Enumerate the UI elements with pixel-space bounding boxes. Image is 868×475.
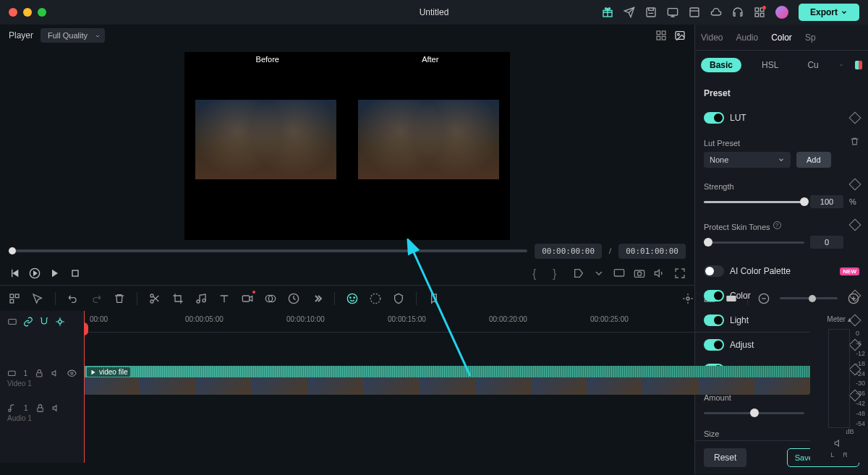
- lock-icon[interactable]: [35, 403, 45, 413]
- svg-point-32: [354, 297, 354, 298]
- color-toggle[interactable]: [704, 290, 724, 301]
- bracket-close-icon[interactable]: }: [553, 268, 564, 279]
- play-button[interactable]: [29, 268, 41, 279]
- fullscreen-icon[interactable]: [674, 268, 686, 279]
- volume-icon[interactable]: [654, 268, 665, 279]
- adjust-icon[interactable]: [682, 293, 694, 304]
- ai-palette-toggle[interactable]: [704, 265, 724, 277]
- shield-icon[interactable]: [393, 293, 404, 304]
- current-time: 00:00:00:00: [535, 244, 602, 259]
- protect-skin-slider[interactable]: [704, 241, 804, 244]
- lut-preset-label: Lut Preset: [704, 139, 740, 147]
- close-window-button[interactable]: [9, 8, 17, 17]
- text-icon[interactable]: [218, 293, 230, 304]
- info-icon[interactable]: ?: [773, 221, 781, 229]
- projects-icon[interactable]: [689, 7, 700, 18]
- subtab-hsl[interactable]: HSL: [753, 58, 787, 72]
- scrubber[interactable]: [9, 249, 527, 252]
- keyframe-icon[interactable]: [849, 179, 861, 191]
- keyframe-icon[interactable]: [849, 219, 861, 231]
- play-forward-button[interactable]: [49, 268, 61, 279]
- protect-skin-input[interactable]: [810, 236, 843, 249]
- pointer-icon[interactable]: [32, 293, 43, 304]
- volume-icon[interactable]: [834, 438, 844, 448]
- svg-rect-11: [662, 36, 665, 40]
- send-icon[interactable]: [624, 7, 635, 18]
- svg-rect-7: [760, 13, 764, 17]
- trash-icon[interactable]: [850, 137, 859, 146]
- cloud-icon[interactable]: [710, 7, 722, 18]
- subtab-curves[interactable]: Cu: [799, 58, 827, 72]
- effects-icon[interactable]: [370, 293, 381, 304]
- track01-icon[interactable]: [7, 317, 17, 327]
- video-track-icon: [7, 369, 17, 378]
- link-icon[interactable]: [23, 317, 33, 327]
- gift-icon[interactable]: [602, 7, 613, 18]
- svg-rect-4: [755, 8, 759, 12]
- split-icon[interactable]: [149, 293, 161, 304]
- crop-icon[interactable]: [172, 293, 184, 304]
- mute-icon[interactable]: [51, 369, 61, 378]
- quality-dropdown[interactable]: Full Quality: [41, 28, 105, 43]
- snapshot-icon[interactable]: [634, 268, 645, 279]
- image-view-icon[interactable]: [674, 30, 686, 41]
- lut-toggle[interactable]: [704, 112, 724, 124]
- timeline-ruler[interactable]: 00:00 00:00:05:00 00:00:10:00 00:00:15:0…: [84, 311, 810, 333]
- strength-slider[interactable]: [704, 201, 804, 203]
- eye-icon[interactable]: [67, 369, 77, 378]
- bug-icon[interactable]: [55, 317, 65, 327]
- cc-icon[interactable]: [726, 293, 737, 304]
- maximize-window-button[interactable]: [38, 8, 46, 17]
- compare-toggle-icon[interactable]: [855, 61, 862, 69]
- subtab-basic[interactable]: Basic: [701, 58, 741, 72]
- delete-icon[interactable]: [114, 293, 125, 304]
- lut-preset-dropdown[interactable]: None: [704, 152, 791, 168]
- record-icon[interactable]: [242, 293, 253, 304]
- timeline-tracks[interactable]: 00:00 00:00:05:00 00:00:10:00 00:00:15:0…: [84, 311, 810, 463]
- more-icon[interactable]: [311, 293, 323, 304]
- headphones-icon[interactable]: [732, 7, 744, 18]
- magnet-icon[interactable]: [39, 317, 49, 327]
- window-title: Untitled: [420, 7, 449, 17]
- layout-icon[interactable]: [9, 293, 20, 304]
- lock-icon[interactable]: [35, 369, 44, 378]
- svg-rect-2: [668, 9, 677, 15]
- mask-icon[interactable]: [265, 293, 276, 304]
- tab-color[interactable]: Color: [771, 33, 792, 43]
- keyframe-icon[interactable]: [849, 112, 861, 124]
- grid-view-icon[interactable]: [655, 30, 667, 41]
- tab-audio[interactable]: Audio: [736, 33, 758, 43]
- meter-label[interactable]: Meter ▴: [827, 315, 851, 323]
- strength-input[interactable]: [810, 195, 843, 208]
- apps-icon[interactable]: [754, 7, 765, 18]
- tab-video[interactable]: Video: [701, 33, 723, 43]
- ai-icon[interactable]: [346, 293, 358, 304]
- chevron-down-icon[interactable]: [593, 268, 605, 279]
- avatar[interactable]: [775, 6, 788, 19]
- zoom-out-icon[interactable]: [758, 293, 770, 304]
- minimize-window-button[interactable]: [23, 8, 32, 17]
- save-icon[interactable]: [645, 7, 657, 18]
- tab-speed[interactable]: Sp: [805, 33, 816, 43]
- stop-button[interactable]: [69, 268, 81, 279]
- prev-frame-button[interactable]: [9, 268, 20, 279]
- bracket-open-icon[interactable]: {: [532, 268, 544, 279]
- speed-icon[interactable]: [288, 293, 299, 304]
- playhead[interactable]: [84, 311, 85, 463]
- export-button[interactable]: Export: [799, 4, 859, 21]
- chevron-down-icon[interactable]: [839, 61, 843, 69]
- marker-tool-icon[interactable]: [428, 293, 440, 304]
- monitor-icon[interactable]: [667, 7, 678, 18]
- marker-icon[interactable]: [573, 268, 584, 279]
- mute-icon[interactable]: [52, 403, 61, 413]
- undo-icon[interactable]: [67, 293, 79, 304]
- preset-title: Preset: [704, 88, 859, 98]
- redo-icon[interactable]: [90, 293, 102, 304]
- duration: 00:01:00:00: [618, 244, 686, 259]
- svg-point-22: [150, 294, 153, 297]
- add-button[interactable]: Add: [796, 152, 831, 168]
- music-icon[interactable]: [195, 293, 207, 304]
- display-icon[interactable]: [613, 268, 625, 279]
- clip-audio-waveform[interactable]: [84, 366, 810, 377]
- zoom-slider[interactable]: [780, 297, 838, 299]
